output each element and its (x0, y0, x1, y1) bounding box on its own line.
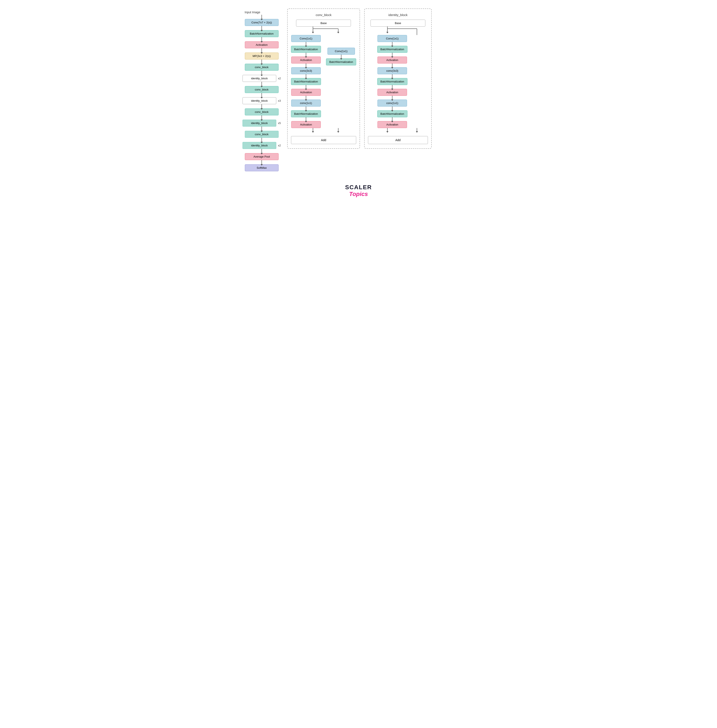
logo-topics: Topics (345, 191, 372, 197)
cb-arrow1 (306, 42, 306, 46)
cb-arrow8 (306, 117, 306, 121)
node-identity-block2: identity_block (243, 97, 276, 104)
svg-marker-8 (337, 131, 339, 133)
node-identity-block1: identity_block (243, 75, 276, 82)
conv-block-base: Base (296, 20, 351, 27)
conv-block-diagram: conv_block Base Conv(1x1) BatchNormaliza… (287, 8, 360, 149)
identity-block-main-path: Conv(1x1) BatchNormalization Activation … (377, 35, 407, 128)
identity-block-title: identity_block (389, 13, 407, 17)
ib-arrow1 (392, 42, 392, 46)
arrow-input (261, 15, 262, 19)
identity-block-merge-lines (371, 128, 426, 134)
logo-scaler: SCALER (345, 184, 372, 191)
ib-arrow4 (392, 74, 392, 78)
cb-arrow5 (306, 85, 306, 89)
cb-arrow2 (306, 53, 306, 56)
identity-block-branch-top (371, 27, 426, 35)
ib-arrow7 (392, 107, 392, 110)
multiplier4: x2 (278, 144, 281, 147)
multiplier1: x2 (278, 77, 281, 80)
arrow13 (261, 160, 262, 164)
arrow2 (261, 37, 262, 41)
identity-block-diagram: identity_block Base Conv(1x1) BatchNorma… (364, 8, 432, 149)
arrow8 (261, 104, 262, 108)
ib-arrow3 (392, 64, 392, 67)
ib-arrow6 (392, 96, 392, 99)
blocks-container: conv_block Base Conv(1x1) BatchNormaliza… (287, 8, 474, 149)
main-container: Input Image Conv(7x7 + 2(s)) BatchNormal… (243, 8, 474, 171)
cb-arrow6 (306, 96, 306, 99)
cb-arrow3 (306, 64, 306, 67)
ib-arrow2 (392, 53, 392, 56)
conv-block-merge-lines (296, 128, 351, 134)
cb-sc-arrow1 (341, 55, 342, 58)
svg-marker-16 (416, 131, 418, 133)
svg-marker-14 (386, 131, 389, 133)
conv-block-branch-top (296, 27, 351, 35)
svg-marker-1 (312, 32, 314, 34)
svg-marker-10 (386, 32, 389, 34)
arrow9 (261, 115, 262, 120)
logo-container: SCALER Topics (345, 184, 372, 197)
ib-conv1: Conv(1x1) (377, 35, 407, 42)
arrow1 (261, 26, 262, 30)
arrow3 (261, 48, 262, 52)
arrow10 (261, 127, 262, 131)
multiplier3: x5 (278, 122, 281, 125)
arrow5 (261, 71, 262, 75)
identity-block-inner: Conv(1x1) BatchNormalization Activation … (377, 35, 419, 128)
arrow4 (261, 60, 262, 64)
conv-block-main-path: Conv(1x1) BatchNormalization Activation … (291, 35, 321, 128)
arrow11 (261, 138, 262, 142)
svg-marker-6 (312, 131, 314, 133)
conv-block-title: conv_block (316, 13, 331, 17)
cb-arrow4 (306, 74, 306, 78)
cb-arrow7 (306, 107, 306, 110)
left-column: Input Image Conv(7x7 + 2(s)) BatchNormal… (243, 8, 281, 171)
node-identity-block4: identity_block (243, 142, 276, 149)
conv-block-shortcut: Conv(1x1) BatchNormalization (326, 35, 356, 66)
conv-block-inner: Conv(1x1) BatchNormalization Activation … (291, 35, 356, 128)
cb-conv1: Conv(1x1) (291, 35, 321, 42)
ib-arrow8 (392, 117, 392, 121)
node-identity-block3: identity_block (243, 120, 276, 127)
cb-sc-conv: Conv(1x1) (328, 48, 355, 55)
ib-arrow5 (392, 85, 392, 89)
arrow7 (261, 93, 262, 97)
arrow12 (261, 149, 262, 153)
conv-block-add: Add (291, 136, 356, 144)
input-label: Input Image (245, 11, 260, 14)
multiplier2: x3 (278, 99, 281, 102)
arrow6 (261, 82, 262, 86)
identity-block-add: Add (368, 136, 428, 144)
identity-block-base: Base (371, 20, 426, 27)
svg-marker-4 (337, 32, 339, 34)
